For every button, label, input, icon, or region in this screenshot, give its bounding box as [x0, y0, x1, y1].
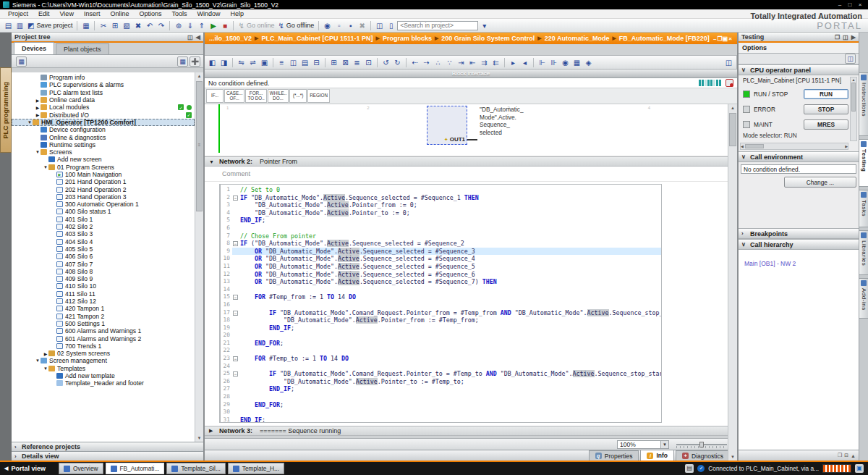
code-line-20[interactable]: 20: [221, 332, 662, 340]
tree-item-201-hand-operation-1[interactable]: 201 Hand Operation 1: [12, 178, 195, 185]
stop-cpu-icon[interactable]: ■: [219, 20, 230, 31]
tree-item-templates[interactable]: ▼Templates: [12, 365, 195, 372]
tree-item-600-alarms-and-warnings-1[interactable]: 600 Alarms and Warnings 1: [12, 327, 195, 335]
expander-right-icon[interactable]: ▶: [35, 98, 41, 103]
editor-toolbar-icon[interactable]: ⇠: [409, 57, 420, 68]
tree-item-412-silo-12[interactable]: 412 Silo 12: [12, 298, 195, 305]
tree-item-411-silo-11[interactable]: 411 Silo 11: [12, 290, 195, 298]
code-line-21[interactable]: 21 END_FOR;: [221, 340, 662, 348]
code-line-8[interactable]: 8−IF ("DB_Automatic_Mode".Active.Sequenc…: [221, 240, 662, 248]
tab-instructions[interactable]: Instructions: [859, 72, 868, 136]
editor-toolbar-icon[interactable]: ∴: [433, 57, 443, 68]
tree-item-405-silo-5[interactable]: 405 Silo 5: [12, 245, 195, 253]
tree-item-404-silo-4[interactable]: 404 Silo 4: [12, 238, 195, 245]
tree-item-02-system-screens[interactable]: ▶02 System screens: [12, 350, 195, 357]
taskbar-fb-automati-[interactable]: FB_Automati...: [106, 463, 165, 474]
snippet-while[interactable]: WHILE.. DO...: [268, 89, 289, 103]
editor-toolbar-icon[interactable]: ◉: [560, 57, 571, 68]
tab-info[interactable]: iInfo: [640, 450, 674, 461]
scroll-down-icon[interactable]: ▼: [728, 453, 737, 461]
tree-item-403-silo-3[interactable]: 403 Silo 3: [12, 230, 195, 238]
expander-down-icon[interactable]: ▼: [27, 120, 33, 125]
tab-plc-programming[interactable]: PLC programming: [0, 67, 12, 153]
expand-panel-icon[interactable]: ▲: [851, 453, 856, 458]
tree-item-plc-supervisions-alarms[interactable]: PLC supervisions & alarms: [12, 81, 195, 88]
tree-item-401-silo-1[interactable]: 401 Silo 1: [12, 216, 195, 223]
network-2-header[interactable]: ▼ Network 2: Pointer From: [205, 156, 737, 167]
editor-toolbar-icon[interactable]: ▸: [508, 57, 519, 68]
compile-icon[interactable]: ⊚: [173, 20, 184, 31]
code-line-15[interactable]: 15− FOR #Temp_from := 1 TO 14 DO: [221, 293, 662, 301]
zoom-slider[interactable]: [676, 441, 727, 448]
close-window-icon[interactable]: ×: [855, 1, 865, 8]
editor-toolbar-icon[interactable]: ⊟: [311, 57, 322, 68]
stop-button[interactable]: STOP: [804, 104, 848, 114]
editor-toolbar-icon[interactable]: ▣: [259, 57, 270, 68]
breadcrumb-segment[interactable]: 200 Grain Silo System Control: [441, 35, 535, 42]
menu-edit[interactable]: Edit: [33, 10, 55, 17]
tree-item-420-tampon-1[interactable]: 420 Tampon 1: [12, 305, 195, 312]
fold-marker-icon[interactable]: −: [232, 194, 240, 202]
menu-window[interactable]: Window: [192, 10, 225, 17]
editor-toolbar-icon[interactable]: ⊠: [340, 57, 351, 68]
menu-help[interactable]: Help: [225, 10, 249, 17]
tree-item-500-settings-1[interactable]: 500 Settings 1: [12, 320, 195, 327]
editor-toolbar-icon[interactable]: ⇉: [479, 57, 490, 68]
editor-toolbar-icon[interactable]: ▤: [299, 57, 310, 68]
maximize-panel-icon[interactable]: ◫: [845, 54, 856, 64]
menu-options[interactable]: Options: [134, 10, 166, 17]
code-line-23[interactable]: 23− FOR #Temp_to := 1 TO 14 DO: [221, 355, 662, 363]
scroll-up-icon[interactable]: ▲: [728, 104, 737, 112]
call-environment-header[interactable]: ∨ Call environment: [739, 151, 859, 162]
split-editor-horizontal-icon[interactable]: ◫: [374, 20, 385, 31]
tab-properties[interactable]: qProperties: [589, 450, 639, 461]
code-line-25[interactable]: 25− IF "DB_Automatic_Mode".Comand_Reques…: [221, 370, 662, 378]
start-cpu-icon[interactable]: ▶: [208, 20, 218, 31]
collapse-panel-icon[interactable]: ◀: [196, 34, 200, 41]
mres-button[interactable]: MRES: [804, 119, 848, 130]
zoom-select[interactable]: 100% ▼: [617, 440, 669, 449]
tree-item-421-tampon-2[interactable]: 421 Tampon 2: [12, 313, 195, 320]
details-view-section[interactable]: › Details view: [12, 451, 203, 461]
receive-alarms-icon[interactable]: ▫: [333, 20, 344, 31]
zoom-slider-thumb[interactable]: [699, 442, 704, 447]
minimize-editor-icon[interactable]: –: [712, 35, 718, 42]
cut-icon[interactable]: ✂: [98, 20, 109, 31]
breadcrumb-segment[interactable]: PLC_Main_Cabinet [CPU 1511-1 PN]: [261, 35, 373, 42]
tree-item-400-silo-status-1[interactable]: 400 Silo status 1: [12, 208, 195, 215]
expander-right-icon[interactable]: ▶: [35, 112, 41, 117]
taskbar-overview[interactable]: Overview: [59, 463, 103, 474]
editor-toolbar-icon[interactable]: ≣: [352, 57, 362, 68]
network-3-header[interactable]: ▶ Network 3: ======= Sequence running: [205, 426, 737, 436]
tree-item-601-alarms-and-warnings-2[interactable]: 601 Alarms and Warnings 2: [12, 335, 195, 342]
code-line-12[interactable]: 12 OR "DB_Automatic_Mode".Active.Sequenc…: [221, 271, 662, 279]
maximize-editor-icon[interactable]: ▣: [723, 35, 728, 42]
chevron-down-icon[interactable]: ▼: [209, 159, 219, 164]
scl-code-box[interactable]: 1// Set to 02−IF "DB_Automatic_Mode".Act…: [219, 184, 662, 423]
code-line-14[interactable]: 14: [221, 286, 662, 294]
tree-item-device-configuration[interactable]: Device configuration: [12, 126, 195, 133]
code-line-11[interactable]: 11 OR "DB_Automatic_Mode".Active.Sequenc…: [221, 263, 662, 271]
absolute-operands-icon[interactable]: ◫: [723, 57, 734, 68]
split-editor-vertical-icon[interactable]: ▯: [386, 20, 396, 31]
copy-icon[interactable]: ⊞: [109, 20, 120, 31]
editor-toolbar-icon[interactable]: ▦: [571, 57, 582, 68]
new-project-icon[interactable]: ▤: [3, 20, 14, 31]
breadcrumb-segment[interactable]: ...ilo_1500_V2: [209, 35, 252, 42]
tree-item-program-info[interactable]: Program info: [12, 74, 195, 81]
code-line-26[interactable]: 26 "DB_Automatic_Mode".Active.Pointer_to…: [221, 378, 662, 386]
editor-toolbar-icon[interactable]: ⇢: [421, 57, 432, 68]
code-line-10[interactable]: 10 OR "DB_Automatic_Mode".Active.Sequenc…: [221, 255, 662, 263]
search-dropdown-icon[interactable]: ▾: [479, 20, 490, 31]
scroll-down-icon[interactable]: ▼: [195, 434, 203, 442]
tab-diagnostics[interactable]: +Diagnostics: [676, 450, 730, 461]
tree-item-409-silo-9[interactable]: 409 Silo 9: [12, 275, 195, 282]
tree-item-runtime-settings[interactable]: Runtime settings: [12, 141, 195, 148]
menu-online[interactable]: Online: [105, 10, 134, 17]
tab-plant-objects[interactable]: Plant objects: [56, 43, 109, 54]
tab-add-ins[interactable]: Add-ins: [859, 278, 868, 319]
float-panel-icon[interactable]: ❒: [835, 34, 840, 41]
code-line-16[interactable]: 16: [221, 301, 662, 309]
editor-toolbar-icon[interactable]: ⊡: [363, 57, 374, 68]
fold-marker-icon[interactable]: −: [232, 293, 240, 301]
